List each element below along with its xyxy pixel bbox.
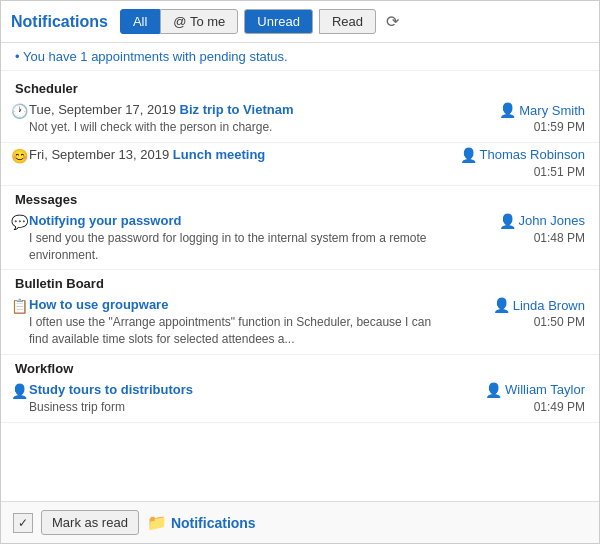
item-user-password[interactable]: 👤 John Jones: [499, 213, 586, 229]
bulletin-icon-1: 📋: [11, 298, 28, 314]
item-title-study-tours[interactable]: Study tours to distributors: [29, 382, 193, 397]
item-meta-password: 👤 John Jones 01:48 PM: [455, 213, 585, 245]
read-button[interactable]: Read: [319, 9, 376, 34]
at-me-button[interactable]: @ To me: [160, 9, 238, 34]
item-title-lunch[interactable]: Lunch meeting: [173, 147, 265, 162]
scheduler-icon-2: 😊: [11, 148, 28, 164]
item-meta-study-tours: 👤 William Taylor 01:49 PM: [455, 382, 585, 414]
header-title: Notifications: [11, 13, 108, 31]
checkbox-mark: ✓: [18, 516, 28, 530]
footer-notifications-label: Notifications: [171, 515, 256, 531]
list-item: 🕐 Tue, September 17, 2019 Biz trip to Vi…: [1, 98, 599, 143]
mark-as-read-button[interactable]: Mark as read: [41, 510, 139, 535]
item-time-lunch: 01:51 PM: [534, 165, 585, 179]
notifications-folder-icon: 📁: [147, 513, 167, 532]
item-preview-groupware: I often use the "Arrange appointments" f…: [29, 314, 447, 348]
item-date-lunch: Fri, September 13, 2019: [29, 147, 169, 162]
user-icon: 👤: [499, 213, 516, 229]
list-item: 💬 Notifying your password I send you the…: [1, 209, 599, 271]
item-title-password[interactable]: Notifying your password: [29, 213, 181, 228]
item-time-study-tours: 01:49 PM: [534, 400, 585, 414]
item-body-lunch: Fri, September 13, 2019 Lunch meeting: [29, 147, 447, 162]
item-body-study-tours: Study tours to distributors Business tri…: [29, 382, 447, 416]
item-preview-biz-trip: Not yet. I will check with the person in…: [29, 119, 447, 136]
item-user-biz-trip[interactable]: 👤 Mary Smith: [499, 102, 585, 118]
item-user-groupware[interactable]: 👤 Linda Brown: [493, 297, 585, 313]
section-messages-header: Messages: [1, 186, 599, 209]
item-time-biz-trip: 01:59 PM: [534, 120, 585, 134]
item-body-groupware: How to use groupware I often use the "Ar…: [29, 297, 447, 348]
list-item: 😊 Fri, September 13, 2019 Lunch meeting …: [1, 143, 599, 186]
item-time-password: 01:48 PM: [534, 231, 585, 245]
item-preview-password: I send you the password for logging in t…: [29, 230, 447, 264]
item-body-biz-trip: Tue, September 17, 2019 Biz trip to Viet…: [29, 102, 447, 136]
user-icon: 👤: [485, 382, 502, 398]
item-meta-lunch: 👤 Thomas Robinson 01:51 PM: [455, 147, 585, 179]
user-icon: 👤: [493, 297, 510, 313]
unread-button[interactable]: Unread: [244, 9, 313, 34]
filter-buttons: All @ To me: [120, 9, 238, 34]
item-date-biz-trip: Tue, September 17, 2019: [29, 102, 176, 117]
item-user-study-tours[interactable]: 👤 William Taylor: [485, 382, 585, 398]
alert-message: You have 1 appointments with pending sta…: [23, 49, 288, 64]
item-body-password: Notifying your password I send you the p…: [29, 213, 447, 264]
item-title-biz-trip[interactable]: Biz trip to Vietnam: [180, 102, 294, 117]
section-bulletin-header: Bulletin Board: [1, 270, 599, 293]
all-button[interactable]: All: [120, 9, 160, 34]
refresh-icon[interactable]: ⟳: [386, 12, 399, 31]
item-preview-study-tours: Business trip form: [29, 399, 447, 416]
list-item: 📋 How to use groupware I often use the "…: [1, 293, 599, 355]
section-scheduler-header: Scheduler: [1, 75, 599, 98]
alert-banner: You have 1 appointments with pending sta…: [1, 43, 599, 71]
item-title-groupware[interactable]: How to use groupware: [29, 297, 168, 312]
user-icon: 👤: [460, 147, 477, 163]
item-time-groupware: 01:50 PM: [534, 315, 585, 329]
section-workflow-header: Workflow: [1, 355, 599, 378]
notifications-content: Scheduler 🕐 Tue, September 17, 2019 Biz …: [1, 71, 599, 501]
footer-notifications-link[interactable]: 📁 Notifications: [147, 513, 256, 532]
message-icon-1: 💬: [11, 214, 28, 230]
select-all-checkbox[interactable]: ✓: [13, 513, 33, 533]
item-user-lunch[interactable]: 👤 Thomas Robinson: [460, 147, 586, 163]
workflow-icon-1: 👤: [11, 383, 28, 399]
item-meta-biz-trip: 👤 Mary Smith 01:59 PM: [455, 102, 585, 134]
user-icon: 👤: [499, 102, 516, 118]
header: Notifications All @ To me Unread Read ⟳: [1, 1, 599, 43]
list-item: 👤 Study tours to distributors Business t…: [1, 378, 599, 423]
footer: ✓ Mark as read 📁 Notifications: [1, 501, 599, 543]
scheduler-icon-1: 🕐: [11, 103, 28, 119]
item-meta-groupware: 👤 Linda Brown 01:50 PM: [455, 297, 585, 329]
